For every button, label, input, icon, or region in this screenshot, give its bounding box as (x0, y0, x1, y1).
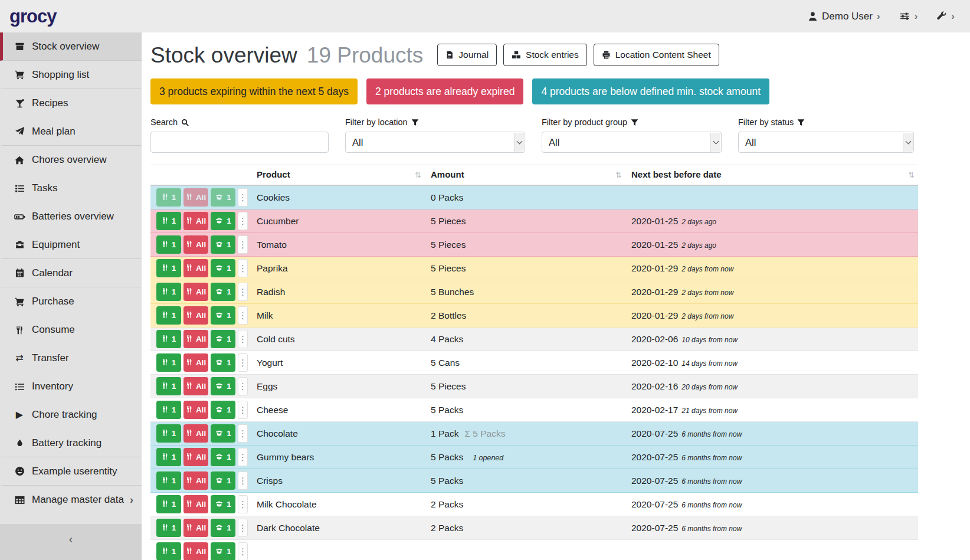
consume-all-button[interactable]: All (183, 424, 208, 443)
sort-icon[interactable]: ⇅ (615, 171, 622, 179)
consume-one-button[interactable]: 1 (156, 330, 181, 348)
status-filter-select[interactable]: All (738, 132, 914, 153)
open-one-button[interactable]: 1 (211, 188, 235, 207)
sidebar-item-inventory[interactable]: Inventory (0, 372, 142, 401)
open-one-button[interactable]: 1 (211, 519, 235, 537)
open-one-button[interactable]: 1 (211, 471, 235, 490)
consume-all-button[interactable]: All (183, 306, 208, 325)
sidebar-item-recipes[interactable]: Recipes (0, 89, 142, 117)
expiring-soon-badge[interactable]: 3 products expiring within the next 5 da… (150, 78, 358, 104)
sidebar-item-transfer[interactable]: ⇄ Transfer (0, 344, 142, 372)
sidebar-item-batteries-overview[interactable]: Batteries overview (0, 202, 142, 231)
consume-all-button[interactable]: All (183, 448, 208, 466)
open-one-button[interactable]: 1 (211, 377, 235, 395)
consume-one-button[interactable]: 1 (156, 471, 181, 490)
admin-menu[interactable]: › (936, 11, 955, 22)
sidebar-item-meal-plan[interactable]: Meal plan (0, 117, 142, 146)
below-min-stock-badge[interactable]: 4 products are below defined min. stock … (532, 78, 769, 104)
row-menu-button[interactable]: ⋮ (238, 424, 248, 443)
consume-all-button[interactable]: All (183, 259, 208, 277)
user-menu[interactable]: Demo User › (808, 11, 880, 22)
open-one-button[interactable]: 1 (211, 424, 235, 443)
row-menu-button[interactable]: ⋮ (238, 235, 248, 254)
sidebar-item-equipment[interactable]: Equipment (0, 231, 142, 259)
sidebar-item-purchase[interactable]: Purchase (0, 287, 142, 316)
open-one-button[interactable]: 1 (211, 283, 235, 301)
amount-column-header[interactable]: Amount ⇅ (425, 165, 625, 186)
collapse-sidebar-button[interactable]: ‹ (0, 524, 142, 560)
journal-button[interactable]: Journal (437, 44, 497, 66)
row-menu-button[interactable]: ⋮ (238, 377, 248, 395)
settings-menu[interactable]: › (899, 11, 918, 22)
open-one-button[interactable]: 1 (211, 542, 235, 560)
row-menu-button[interactable]: ⋮ (238, 330, 248, 348)
consume-one-button[interactable]: 1 (156, 259, 181, 277)
consume-one-button[interactable]: 1 (156, 401, 181, 419)
consume-all-button[interactable]: All (183, 212, 208, 230)
open-one-button[interactable]: 1 (211, 306, 235, 325)
consume-all-button[interactable]: All (183, 519, 208, 537)
sidebar-item-battery-tracking[interactable]: Battery tracking (0, 429, 142, 457)
consume-one-button[interactable]: 1 (156, 306, 181, 325)
app-logo[interactable]: grocy (9, 6, 56, 27)
row-menu-button[interactable]: ⋮ (238, 471, 248, 490)
consume-all-button[interactable]: All (183, 542, 208, 560)
consume-all-button[interactable]: All (183, 353, 208, 372)
consume-one-button[interactable]: 1 (156, 188, 181, 207)
search-input[interactable] (150, 132, 329, 153)
open-one-button[interactable]: 1 (211, 235, 235, 254)
open-one-button[interactable]: 1 (211, 401, 235, 419)
sort-icon[interactable]: ⇅ (908, 171, 915, 179)
sidebar-item-stock-overview[interactable]: Stock overview (0, 32, 142, 61)
row-menu-button[interactable]: ⋮ (238, 306, 248, 325)
open-one-button[interactable]: 1 (211, 259, 235, 277)
open-one-button[interactable]: 1 (211, 330, 235, 348)
consume-one-button[interactable]: 1 (156, 495, 181, 513)
sidebar-item-shopping-list[interactable]: Shopping list (0, 61, 142, 89)
consume-all-button[interactable]: All (183, 283, 208, 301)
product-group-filter-select[interactable]: All (542, 132, 722, 153)
row-menu-button[interactable]: ⋮ (238, 188, 248, 207)
sidebar-item-example-userentity[interactable]: Example userentity (0, 457, 142, 486)
expired-badge[interactable]: 2 products are already expired (366, 78, 523, 104)
consume-one-button[interactable]: 1 (156, 353, 181, 372)
open-one-button[interactable]: 1 (211, 448, 235, 466)
consume-one-button[interactable]: 1 (156, 283, 181, 301)
row-menu-button[interactable]: ⋮ (238, 212, 248, 230)
open-one-button[interactable]: 1 (211, 353, 235, 372)
row-menu-button[interactable]: ⋮ (238, 259, 248, 277)
sidebar-item-chore-tracking[interactable]: ▶ Chore tracking (0, 401, 142, 429)
location-content-sheet-button[interactable]: Location Content Sheet (594, 44, 719, 66)
consume-all-button[interactable]: All (183, 235, 208, 254)
location-filter-select[interactable]: All (345, 132, 525, 153)
consume-all-button[interactable]: All (183, 471, 208, 490)
sidebar-item-chores-overview[interactable]: Chores overview (0, 146, 142, 174)
consume-all-button[interactable]: All (183, 401, 208, 419)
sidebar-item-consume[interactable]: Consume (0, 316, 142, 344)
sidebar-item-tasks[interactable]: Tasks (0, 174, 142, 202)
row-menu-button[interactable]: ⋮ (238, 495, 248, 513)
open-one-button[interactable]: 1 (211, 212, 235, 230)
consume-one-button[interactable]: 1 (156, 235, 181, 254)
row-menu-button[interactable]: ⋮ (238, 519, 248, 537)
open-one-button[interactable]: 1 (211, 495, 235, 513)
sort-icon[interactable]: ⇅ (415, 171, 421, 179)
row-menu-button[interactable]: ⋮ (238, 448, 248, 466)
row-menu-button[interactable]: ⋮ (238, 283, 248, 301)
row-menu-button[interactable]: ⋮ (238, 542, 248, 560)
product-column-header[interactable]: Product ⇅ (251, 165, 425, 186)
consume-all-button[interactable]: All (183, 495, 208, 513)
consume-one-button[interactable]: 1 (156, 377, 181, 395)
sidebar-item-manage-master-data[interactable]: Manage master data › (0, 486, 142, 514)
consume-one-button[interactable]: 1 (156, 519, 181, 537)
consume-one-button[interactable]: 1 (156, 212, 181, 230)
consume-all-button[interactable]: All (183, 188, 208, 207)
stock-entries-button[interactable]: Stock entries (503, 44, 587, 66)
consume-all-button[interactable]: All (183, 377, 208, 395)
sidebar-item-calendar[interactable]: Calendar (0, 259, 142, 287)
row-menu-button[interactable]: ⋮ (238, 401, 248, 419)
date-column-header[interactable]: Next best before date ⇅ (625, 165, 918, 186)
consume-one-button[interactable]: 1 (156, 448, 181, 466)
row-menu-button[interactable]: ⋮ (238, 353, 248, 372)
consume-one-button[interactable]: 1 (156, 424, 181, 443)
